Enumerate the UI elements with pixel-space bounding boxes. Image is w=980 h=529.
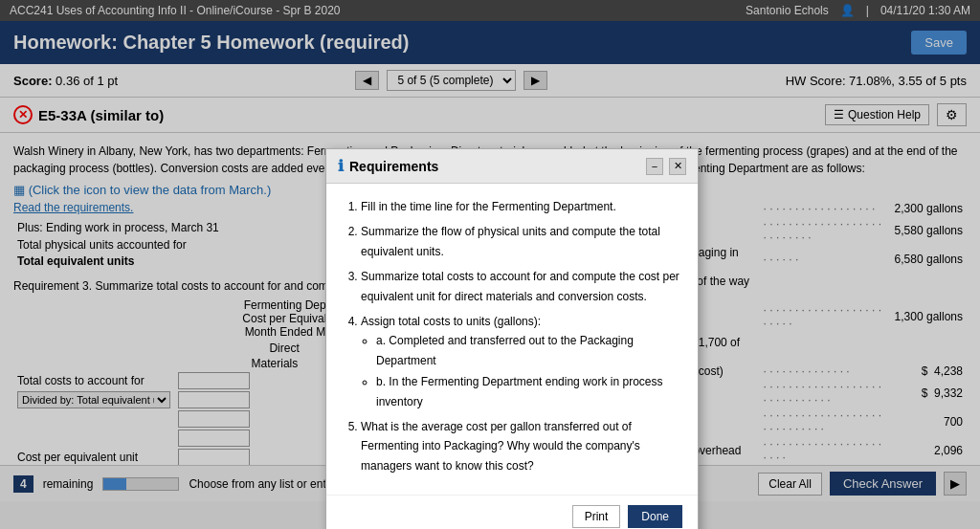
modal-header: ℹ Requirements − ✕ bbox=[326, 149, 698, 184]
modal-overlay: ℹ Requirements − ✕ Fill in the time line… bbox=[0, 0, 980, 529]
list-item: Assign total costs to units (gallons): a… bbox=[361, 312, 682, 411]
info-icon: ℹ bbox=[338, 157, 344, 175]
list-item: Summarize the flow of physical units and… bbox=[361, 222, 682, 261]
list-item: Summarize total costs to account for and… bbox=[361, 267, 682, 306]
list-item: Fill in the time line for the Fermenting… bbox=[361, 197, 682, 216]
modal-print-button[interactable]: Print bbox=[572, 505, 621, 528]
modal-minimize-button[interactable]: − bbox=[646, 158, 663, 175]
modal-body: Fill in the time line for the Fermenting… bbox=[326, 184, 698, 495]
requirements-modal: ℹ Requirements − ✕ Fill in the time line… bbox=[325, 148, 699, 529]
list-item: What is the average cost per gallon tran… bbox=[361, 417, 682, 475]
modal-close-button[interactable]: ✕ bbox=[669, 158, 686, 175]
modal-title: Requirements bbox=[349, 159, 438, 174]
modal-done-button[interactable]: Done bbox=[628, 505, 682, 528]
list-item: a. Completed and transferred out to the … bbox=[376, 331, 682, 370]
list-item: b. In the Fermenting Department ending w… bbox=[376, 372, 682, 411]
modal-footer: Print Done bbox=[326, 495, 698, 529]
